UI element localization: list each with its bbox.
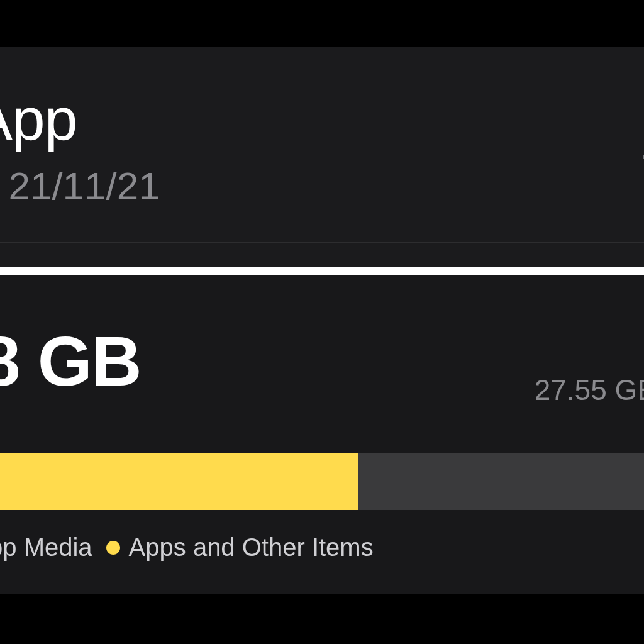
storage-progress-fill <box>0 453 358 510</box>
storage-legend: atsApp Media Apps and Other Items <box>0 533 374 562</box>
storage-summary-panel: d 08 GB 27.55 GB atsApp Media Apps and O… <box>0 275 644 594</box>
legend-item-media: atsApp Media <box>0 533 92 562</box>
storage-used-value: 08 GB <box>0 321 141 402</box>
app-storage-row[interactable]: sApp ed: 21/11/21 1 <box>0 47 644 267</box>
collage-separator <box>0 267 644 275</box>
row-divider <box>0 242 644 243</box>
legend-label-media: atsApp Media <box>0 533 92 562</box>
storage-free-value: 27.55 GB <box>535 373 644 407</box>
legend-label-apps: Apps and Other Items <box>129 533 374 562</box>
app-name: sApp <box>0 85 77 153</box>
app-last-used: ed: 21/11/21 <box>0 164 160 208</box>
app-size-value: 1 <box>640 110 644 172</box>
storage-progress-bar <box>0 453 644 510</box>
legend-item-apps: Apps and Other Items <box>106 533 374 562</box>
storage-used-label: d <box>0 287 1 315</box>
legend-dot-icon <box>106 541 120 555</box>
